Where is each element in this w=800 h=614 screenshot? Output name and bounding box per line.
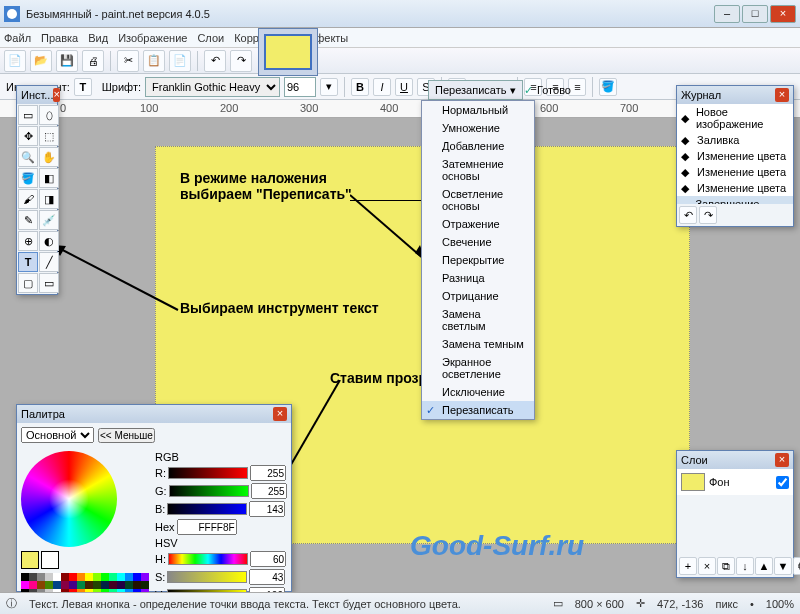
menu-image[interactable]: Изображение (118, 32, 187, 44)
layer-row[interactable]: Фон (677, 469, 793, 495)
blend-option[interactable]: Добавление (422, 137, 534, 155)
tool-pan[interactable]: ✋ (39, 147, 59, 167)
swatch[interactable] (61, 573, 69, 581)
tool-pencil[interactable]: ✎ (18, 210, 38, 230)
blend-option[interactable]: Умножение (422, 119, 534, 137)
open-button[interactable]: 📂 (30, 50, 52, 72)
tool-move-sel[interactable]: ⬚ (39, 126, 59, 146)
print-button[interactable]: 🖨 (82, 50, 104, 72)
copy-button[interactable]: 📋 (143, 50, 165, 72)
hex-input[interactable] (177, 519, 237, 535)
font-select[interactable]: Franklin Gothic Heavy (145, 77, 280, 97)
r-input[interactable] (250, 465, 286, 481)
merge-layer-icon[interactable]: ↓ (736, 557, 754, 575)
color-slot-select[interactable]: Основной (21, 427, 94, 443)
swatch[interactable] (21, 581, 29, 589)
up-layer-icon[interactable]: ▲ (755, 557, 773, 575)
text-tool-icon[interactable]: T (74, 78, 92, 96)
add-layer-icon[interactable]: + (679, 557, 697, 575)
swatch[interactable] (133, 573, 141, 581)
swatch[interactable] (93, 581, 101, 589)
tool-lasso[interactable]: ⬯ (39, 105, 59, 125)
minimize-button[interactable]: – (714, 5, 740, 23)
tool-brush[interactable]: 🖌 (18, 189, 38, 209)
swatch[interactable] (53, 581, 61, 589)
swatch[interactable] (85, 581, 93, 589)
less-button[interactable]: << Меньше (98, 428, 155, 443)
swatch[interactable] (117, 573, 125, 581)
blend-option[interactable]: Свечение (422, 233, 534, 251)
blend-option[interactable]: Нормальный (422, 101, 534, 119)
swatch[interactable] (101, 581, 109, 589)
tool-clone[interactable]: ⊕ (18, 231, 38, 251)
props-layer-icon[interactable]: ⚙ (793, 557, 800, 575)
tool-text[interactable]: T (18, 252, 38, 272)
fill-mode[interactable]: 🪣 (599, 78, 617, 96)
delete-layer-icon[interactable]: × (698, 557, 716, 575)
swatch[interactable] (37, 581, 45, 589)
canvas-thumbnail[interactable] (264, 34, 312, 70)
blend-option[interactable]: Затемнение основы (422, 155, 534, 185)
close-icon[interactable]: × (775, 88, 789, 102)
undo-button[interactable]: ↶ (204, 50, 226, 72)
blend-mode-button[interactable]: Перезаписать▾ (428, 80, 523, 100)
r-slider[interactable] (168, 467, 248, 479)
g-input[interactable] (251, 483, 287, 499)
swatch[interactable] (69, 581, 77, 589)
menu-view[interactable]: Вид (88, 32, 108, 44)
swatch[interactable] (21, 573, 29, 581)
tool-recolor[interactable]: ◐ (39, 231, 59, 251)
b-input[interactable] (249, 501, 285, 517)
s-input[interactable] (249, 569, 285, 585)
undo-icon[interactable]: ↶ (679, 206, 697, 224)
g-slider[interactable] (169, 485, 249, 497)
redo-button[interactable]: ↷ (230, 50, 252, 72)
tool-gradient[interactable]: ◧ (39, 168, 59, 188)
swatch[interactable] (77, 581, 85, 589)
menu-file[interactable]: Файл (4, 32, 31, 44)
swatch[interactable] (45, 573, 53, 581)
status-unit[interactable]: пикс (715, 598, 738, 610)
finish-button[interactable]: ✓Готово (518, 80, 577, 100)
menu-layers[interactable]: Слои (197, 32, 224, 44)
save-button[interactable]: 💾 (56, 50, 78, 72)
swatch[interactable] (93, 573, 101, 581)
swatch[interactable] (77, 573, 85, 581)
swatch[interactable] (109, 581, 117, 589)
tool-line[interactable]: ╱ (39, 252, 59, 272)
blend-option[interactable]: Замена светлым (422, 305, 534, 335)
swatch[interactable] (45, 581, 53, 589)
swatch[interactable] (101, 573, 109, 581)
blend-option[interactable]: Отрицание (422, 287, 534, 305)
history-item[interactable]: ◆Изменение цвета (677, 164, 793, 180)
s-slider[interactable] (167, 571, 247, 583)
swatch[interactable] (117, 581, 125, 589)
maximize-button[interactable]: □ (742, 5, 768, 23)
tool-fill[interactable]: 🪣 (18, 168, 38, 188)
new-button[interactable]: 📄 (4, 50, 26, 72)
swatch[interactable] (61, 581, 69, 589)
history-item[interactable]: ◆Заливка (677, 132, 793, 148)
font-size-input[interactable] (284, 77, 316, 97)
tool-shape[interactable]: ▢ (18, 273, 38, 293)
blend-option[interactable]: Исключение (422, 383, 534, 401)
swatch[interactable] (29, 573, 37, 581)
tool-rect-select[interactable]: ▭ (18, 105, 38, 125)
blend-option[interactable]: Перекрытие (422, 251, 534, 269)
image-thumbnail-strip[interactable] (258, 28, 318, 76)
blend-option[interactable]: Перезаписать (422, 401, 534, 419)
tool-zoom[interactable]: 🔍 (18, 147, 38, 167)
h-input[interactable] (250, 551, 286, 567)
dup-layer-icon[interactable]: ⧉ (717, 557, 735, 575)
color-wheel[interactable] (21, 451, 117, 547)
italic-button[interactable]: I (373, 78, 391, 96)
blend-option[interactable]: Экранное осветление (422, 353, 534, 383)
tool-rect[interactable]: ▭ (39, 273, 59, 293)
swatch[interactable] (37, 573, 45, 581)
b-slider[interactable] (167, 503, 247, 515)
swatch[interactable] (141, 573, 149, 581)
h-slider[interactable] (168, 553, 248, 565)
primary-swatch[interactable] (21, 551, 39, 569)
history-item[interactable]: ◆Изменение цвета (677, 180, 793, 196)
swatch[interactable] (141, 581, 149, 589)
